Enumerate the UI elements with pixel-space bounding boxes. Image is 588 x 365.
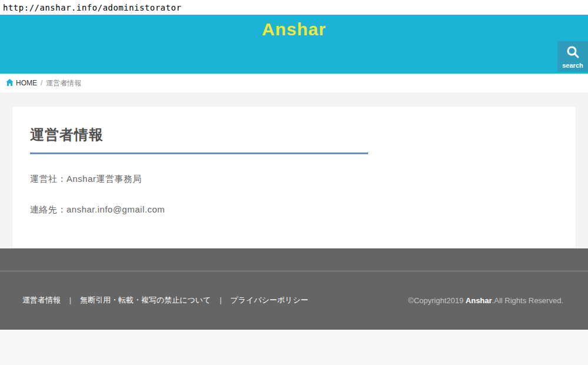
breadcrumb: HOME / 運営者情報: [0, 74, 588, 92]
url-annotation-bar: http://anshar.info/adoministorator: [0, 0, 588, 15]
footer-link-privacy-policy[interactable]: プライバシーポリシー: [230, 295, 308, 306]
content-card: 運営者情報 運営社：Anshar運営事務局 連絡先：anshar.info@gm…: [12, 106, 576, 248]
search-button-label: search: [562, 62, 583, 69]
footer-links: 運営者情報 | 無断引用・転載・複写の禁止について | プライバシーポリシー: [22, 295, 308, 306]
footer-link-separator: |: [220, 296, 222, 304]
contact-email-line: 連絡先：anshar.info@gmail.com: [30, 204, 558, 215]
copyright-notice: ©Copyright2019 Anshar.All Rights Reserve…: [408, 296, 563, 305]
page-title: 運営者情報: [30, 125, 368, 144]
footer-top-band: [0, 248, 588, 271]
footer-link-operator-info[interactable]: 運営者情報: [22, 295, 61, 306]
breadcrumb-home-link[interactable]: HOME: [6, 79, 37, 88]
url-text: http://anshar.info/adoministorator: [3, 3, 182, 12]
footer-link-separator: |: [69, 296, 71, 304]
breadcrumb-current: 運営者情報: [46, 78, 81, 88]
copyright-prefix: ©Copyright2019: [408, 296, 466, 305]
site-header: Anshar search: [0, 15, 588, 74]
footer-main-row: 運営者情報 | 無断引用・転載・複写の禁止について | プライバシーポリシー ©…: [0, 271, 588, 329]
bottom-spacer: [0, 330, 588, 365]
search-button[interactable]: search: [557, 41, 588, 72]
site-footer: 運営者情報 | 無断引用・転載・複写の禁止について | プライバシーポリシー ©…: [0, 248, 588, 330]
operator-company-line: 運営社：Anshar運営事務局: [30, 174, 558, 185]
page-title-underline: 運営者情報: [30, 125, 368, 154]
home-icon: [6, 79, 14, 88]
breadcrumb-separator: /: [41, 79, 42, 87]
site-logo[interactable]: Anshar: [0, 19, 588, 39]
copyright-brand: Anshar: [466, 296, 492, 305]
search-icon: [566, 45, 580, 61]
footer-link-no-reproduction[interactable]: 無断引用・転載・複写の禁止について: [80, 295, 211, 306]
breadcrumb-home-label: HOME: [16, 79, 37, 87]
page-background: 運営者情報 運営社：Anshar運営事務局 連絡先：anshar.info@gm…: [0, 92, 588, 248]
copyright-suffix: .All Rights Reserved.: [492, 296, 563, 305]
